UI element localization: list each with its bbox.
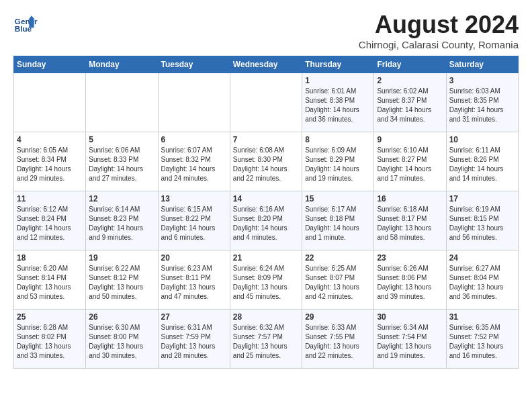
day-number: 2 <box>377 76 443 85</box>
day-number: 25 <box>17 312 83 322</box>
day-info: Sunrise: 6:16 AM Sunset: 8:20 PM Dayligh… <box>233 205 299 242</box>
day-info: Sunrise: 6:23 AM Sunset: 8:11 PM Dayligh… <box>161 264 227 302</box>
calendar-day-cell: 4Sunrise: 6:05 AM Sunset: 8:34 PM Daylig… <box>14 132 86 191</box>
day-number: 9 <box>377 135 443 144</box>
day-info: Sunrise: 6:09 AM Sunset: 8:29 PM Dayligh… <box>305 146 371 183</box>
day-number: 24 <box>449 253 515 263</box>
day-info: Sunrise: 6:27 AM Sunset: 8:04 PM Dayligh… <box>449 264 515 302</box>
calendar-day-cell: 19Sunrise: 6:22 AM Sunset: 8:12 PM Dayli… <box>86 250 158 310</box>
day-number: 22 <box>305 253 371 263</box>
weekday-header-cell: Wednesday <box>230 56 302 73</box>
calendar-week-row: 25Sunrise: 6:28 AM Sunset: 8:02 PM Dayli… <box>14 310 519 369</box>
calendar-subtitle: Chirnogi, Calarasi County, Romania <box>359 39 519 50</box>
calendar-title: August 2024 <box>359 11 519 39</box>
day-info: Sunrise: 6:08 AM Sunset: 8:30 PM Dayligh… <box>233 146 299 183</box>
calendar-day-cell: 30Sunrise: 6:34 AM Sunset: 7:54 PM Dayli… <box>374 310 446 369</box>
day-number: 12 <box>89 194 154 203</box>
day-number: 11 <box>17 194 83 203</box>
day-info: Sunrise: 6:32 AM Sunset: 7:57 PM Dayligh… <box>233 323 299 361</box>
day-info: Sunrise: 6:22 AM Sunset: 8:12 PM Dayligh… <box>89 264 154 302</box>
calendar-table: SundayMondayTuesdayWednesdayThursdayFrid… <box>13 56 519 369</box>
day-number: 6 <box>161 135 227 144</box>
calendar-day-cell <box>230 73 302 132</box>
title-block: August 2024 Chirnogi, Calarasi County, R… <box>359 11 519 50</box>
day-number: 14 <box>233 194 299 203</box>
day-info: Sunrise: 6:31 AM Sunset: 7:59 PM Dayligh… <box>161 323 227 361</box>
calendar-day-cell: 27Sunrise: 6:31 AM Sunset: 7:59 PM Dayli… <box>158 310 230 369</box>
day-info: Sunrise: 6:05 AM Sunset: 8:34 PM Dayligh… <box>17 146 83 183</box>
day-info: Sunrise: 6:19 AM Sunset: 8:15 PM Dayligh… <box>449 205 515 242</box>
calendar-day-cell: 31Sunrise: 6:35 AM Sunset: 7:52 PM Dayli… <box>446 310 518 369</box>
header: General Blue General Blue August 2024 Ch… <box>13 11 519 50</box>
day-info: Sunrise: 6:35 AM Sunset: 7:52 PM Dayligh… <box>449 323 515 361</box>
day-info: Sunrise: 6:17 AM Sunset: 8:18 PM Dayligh… <box>305 205 371 242</box>
day-info: Sunrise: 6:28 AM Sunset: 8:02 PM Dayligh… <box>17 323 83 361</box>
day-number: 19 <box>89 253 154 263</box>
day-info: Sunrise: 6:26 AM Sunset: 8:06 PM Dayligh… <box>377 264 443 302</box>
weekday-header-cell: Saturday <box>446 56 518 73</box>
day-number: 5 <box>89 135 154 144</box>
day-info: Sunrise: 6:33 AM Sunset: 7:55 PM Dayligh… <box>305 323 371 361</box>
weekday-header-cell: Thursday <box>302 56 374 73</box>
calendar-day-cell: 14Sunrise: 6:16 AM Sunset: 8:20 PM Dayli… <box>230 191 302 250</box>
day-number: 16 <box>377 194 443 203</box>
day-info: Sunrise: 6:25 AM Sunset: 8:07 PM Dayligh… <box>305 264 371 302</box>
day-info: Sunrise: 6:03 AM Sunset: 8:35 PM Dayligh… <box>449 87 515 124</box>
calendar-day-cell: 8Sunrise: 6:09 AM Sunset: 8:29 PM Daylig… <box>302 132 374 191</box>
day-number: 15 <box>305 194 371 203</box>
calendar-week-row: 18Sunrise: 6:20 AM Sunset: 8:14 PM Dayli… <box>14 250 519 310</box>
calendar-day-cell: 20Sunrise: 6:23 AM Sunset: 8:11 PM Dayli… <box>158 250 230 310</box>
calendar-day-cell: 12Sunrise: 6:14 AM Sunset: 8:23 PM Dayli… <box>86 191 158 250</box>
calendar-day-cell: 15Sunrise: 6:17 AM Sunset: 8:18 PM Dayli… <box>302 191 374 250</box>
calendar-day-cell <box>158 73 230 132</box>
calendar-week-row: 1Sunrise: 6:01 AM Sunset: 8:38 PM Daylig… <box>14 73 519 132</box>
day-info: Sunrise: 6:30 AM Sunset: 8:00 PM Dayligh… <box>89 323 154 361</box>
calendar-day-cell: 26Sunrise: 6:30 AM Sunset: 8:00 PM Dayli… <box>86 310 158 369</box>
weekday-header-cell: Monday <box>86 56 158 73</box>
calendar-day-cell: 16Sunrise: 6:18 AM Sunset: 8:17 PM Dayli… <box>374 191 446 250</box>
day-info: Sunrise: 6:11 AM Sunset: 8:26 PM Dayligh… <box>449 146 515 183</box>
calendar-week-row: 4Sunrise: 6:05 AM Sunset: 8:34 PM Daylig… <box>14 132 519 191</box>
calendar-day-cell: 6Sunrise: 6:07 AM Sunset: 8:32 PM Daylig… <box>158 132 230 191</box>
day-info: Sunrise: 6:06 AM Sunset: 8:33 PM Dayligh… <box>89 146 154 183</box>
calendar-day-cell: 3Sunrise: 6:03 AM Sunset: 8:35 PM Daylig… <box>446 73 518 132</box>
day-info: Sunrise: 6:18 AM Sunset: 8:17 PM Dayligh… <box>377 205 443 242</box>
calendar-day-cell: 13Sunrise: 6:15 AM Sunset: 8:22 PM Dayli… <box>158 191 230 250</box>
calendar-day-cell: 2Sunrise: 6:02 AM Sunset: 8:37 PM Daylig… <box>374 73 446 132</box>
calendar-day-cell: 5Sunrise: 6:06 AM Sunset: 8:33 PM Daylig… <box>86 132 158 191</box>
weekday-header-row: SundayMondayTuesdayWednesdayThursdayFrid… <box>14 56 519 73</box>
calendar-day-cell: 22Sunrise: 6:25 AM Sunset: 8:07 PM Dayli… <box>302 250 374 310</box>
calendar-day-cell: 1Sunrise: 6:01 AM Sunset: 8:38 PM Daylig… <box>302 73 374 132</box>
calendar-day-cell <box>86 73 158 132</box>
calendar-day-cell: 23Sunrise: 6:26 AM Sunset: 8:06 PM Dayli… <box>374 250 446 310</box>
day-number: 13 <box>161 194 227 203</box>
logo: General Blue General Blue <box>13 11 38 35</box>
day-info: Sunrise: 6:12 AM Sunset: 8:24 PM Dayligh… <box>17 205 83 242</box>
day-info: Sunrise: 6:14 AM Sunset: 8:23 PM Dayligh… <box>89 205 154 242</box>
day-number: 8 <box>305 135 371 144</box>
day-number: 17 <box>449 194 515 203</box>
day-info: Sunrise: 6:10 AM Sunset: 8:27 PM Dayligh… <box>377 146 443 183</box>
day-number: 18 <box>17 253 83 263</box>
weekday-header-cell: Tuesday <box>158 56 230 73</box>
day-number: 20 <box>161 253 227 263</box>
weekday-header-cell: Sunday <box>14 56 86 73</box>
calendar-day-cell: 9Sunrise: 6:10 AM Sunset: 8:27 PM Daylig… <box>374 132 446 191</box>
day-info: Sunrise: 6:07 AM Sunset: 8:32 PM Dayligh… <box>161 146 227 183</box>
calendar-day-cell: 11Sunrise: 6:12 AM Sunset: 8:24 PM Dayli… <box>14 191 86 250</box>
calendar-day-cell: 24Sunrise: 6:27 AM Sunset: 8:04 PM Dayli… <box>446 250 518 310</box>
day-number: 4 <box>17 135 83 144</box>
day-number: 28 <box>233 312 299 322</box>
weekday-header-cell: Friday <box>374 56 446 73</box>
day-info: Sunrise: 6:02 AM Sunset: 8:37 PM Dayligh… <box>377 87 443 124</box>
day-number: 23 <box>377 253 443 263</box>
calendar-day-cell: 7Sunrise: 6:08 AM Sunset: 8:30 PM Daylig… <box>230 132 302 191</box>
day-info: Sunrise: 6:34 AM Sunset: 7:54 PM Dayligh… <box>377 323 443 361</box>
day-info: Sunrise: 6:01 AM Sunset: 8:38 PM Dayligh… <box>305 87 371 124</box>
calendar-day-cell: 29Sunrise: 6:33 AM Sunset: 7:55 PM Dayli… <box>302 310 374 369</box>
calendar-day-cell: 28Sunrise: 6:32 AM Sunset: 7:57 PM Dayli… <box>230 310 302 369</box>
calendar-body: 1Sunrise: 6:01 AM Sunset: 8:38 PM Daylig… <box>14 73 519 369</box>
day-info: Sunrise: 6:20 AM Sunset: 8:14 PM Dayligh… <box>17 264 83 302</box>
day-number: 21 <box>233 253 299 263</box>
day-number: 1 <box>305 76 371 85</box>
